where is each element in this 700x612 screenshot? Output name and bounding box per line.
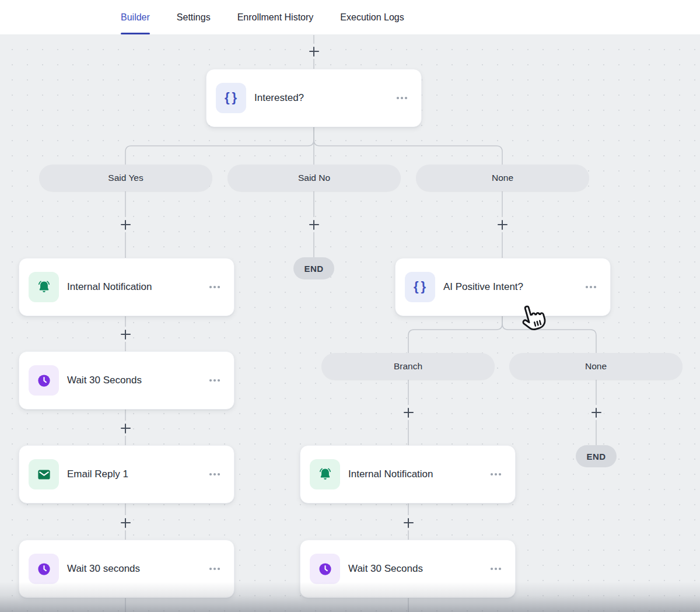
- branch-label-said-yes[interactable]: Said Yes: [39, 165, 212, 191]
- add-step-button[interactable]: [118, 421, 133, 436]
- more-options-icon[interactable]: [208, 564, 221, 573]
- workflow-canvas[interactable]: { } Interested? Said Yes Said No None EN…: [0, 35, 700, 612]
- add-step-button[interactable]: [118, 217, 133, 232]
- tab-bar: Builder Settings Enrollment History Exec…: [0, 0, 700, 35]
- add-step-button[interactable]: [401, 405, 416, 420]
- mail-icon: [29, 459, 59, 489]
- clock-icon: [29, 365, 59, 396]
- node-wait-30-seconds-1[interactable]: Wait 30 Seconds: [19, 351, 235, 410]
- node-title: Email Reply 1: [67, 468, 128, 480]
- braces-icon: { }: [405, 272, 435, 302]
- more-options-icon[interactable]: [208, 282, 221, 292]
- node-title: Wait 30 Seconds: [348, 563, 423, 575]
- add-step-button[interactable]: [401, 515, 416, 530]
- tab-enrollment-history[interactable]: Enrollment History: [237, 0, 314, 34]
- node-wait-30-seconds-3[interactable]: Wait 30 Seconds: [300, 540, 516, 598]
- more-options-icon[interactable]: [396, 93, 408, 103]
- node-title: Wait 30 seconds: [67, 563, 140, 575]
- node-email-reply-1[interactable]: Email Reply 1: [19, 445, 235, 503]
- end-badge: END: [293, 257, 334, 279]
- branch-label-branch[interactable]: Branch: [321, 353, 495, 380]
- node-title: AI Positive Intent?: [443, 281, 523, 293]
- bell-icon: [29, 272, 59, 302]
- end-badge: END: [576, 445, 617, 467]
- more-options-icon[interactable]: [208, 376, 221, 385]
- node-internal-notification-1[interactable]: Internal Notification: [19, 258, 235, 316]
- more-options-icon[interactable]: [584, 282, 597, 292]
- more-options-icon[interactable]: [489, 564, 502, 573]
- branch-label-none-2[interactable]: None: [509, 353, 682, 380]
- bell-icon: [310, 459, 340, 489]
- clock-icon: [29, 554, 59, 584]
- more-options-icon[interactable]: [489, 470, 502, 479]
- add-step-button[interactable]: [306, 217, 321, 232]
- tab-builder[interactable]: Builder: [121, 0, 150, 34]
- branch-label-none[interactable]: None: [416, 165, 589, 191]
- add-step-button[interactable]: [118, 515, 133, 530]
- tab-settings[interactable]: Settings: [177, 0, 211, 34]
- tab-execution-logs[interactable]: Execution Logs: [340, 0, 404, 34]
- node-wait-30-seconds-2[interactable]: Wait 30 seconds: [19, 540, 235, 598]
- add-step-button[interactable]: [118, 327, 133, 342]
- add-step-button[interactable]: [589, 405, 604, 420]
- add-step-button[interactable]: [495, 217, 510, 232]
- clock-icon: [310, 554, 340, 584]
- node-ai-positive-intent[interactable]: { } AI Positive Intent?: [395, 258, 611, 316]
- braces-icon: { }: [216, 83, 246, 113]
- more-options-icon[interactable]: [208, 470, 221, 479]
- node-title: Internal Notification: [67, 281, 152, 293]
- node-internal-notification-2[interactable]: Internal Notification: [300, 445, 516, 503]
- add-step-button[interactable]: [306, 44, 321, 59]
- node-title: Wait 30 Seconds: [67, 375, 142, 386]
- branch-label-said-no[interactable]: Said No: [228, 165, 401, 191]
- node-interested[interactable]: { } Interested?: [206, 69, 422, 127]
- node-title: Interested?: [254, 92, 304, 104]
- node-title: Internal Notification: [348, 468, 433, 480]
